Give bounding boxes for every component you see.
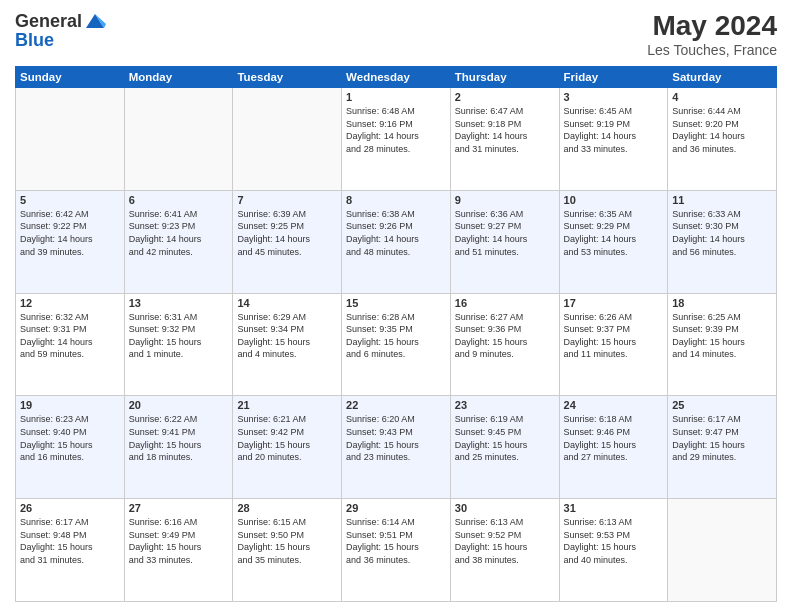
calendar-week-row: 12Sunrise: 6:32 AM Sunset: 9:31 PM Dayli…: [16, 293, 777, 396]
day-number: 16: [455, 297, 555, 309]
day-number: 4: [672, 91, 772, 103]
day-info: Sunrise: 6:16 AM Sunset: 9:49 PM Dayligh…: [129, 516, 229, 566]
calendar-week-row: 19Sunrise: 6:23 AM Sunset: 9:40 PM Dayli…: [16, 396, 777, 499]
table-row: 16Sunrise: 6:27 AM Sunset: 9:36 PM Dayli…: [450, 293, 559, 396]
day-number: 13: [129, 297, 229, 309]
col-friday: Friday: [559, 67, 668, 88]
day-number: 31: [564, 502, 664, 514]
table-row: 6Sunrise: 6:41 AM Sunset: 9:23 PM Daylig…: [124, 190, 233, 293]
table-row: 20Sunrise: 6:22 AM Sunset: 9:41 PM Dayli…: [124, 396, 233, 499]
day-info: Sunrise: 6:25 AM Sunset: 9:39 PM Dayligh…: [672, 311, 772, 361]
table-row: 2Sunrise: 6:47 AM Sunset: 9:18 PM Daylig…: [450, 88, 559, 191]
day-number: 3: [564, 91, 664, 103]
day-info: Sunrise: 6:19 AM Sunset: 9:45 PM Dayligh…: [455, 413, 555, 463]
day-number: 1: [346, 91, 446, 103]
table-row: 19Sunrise: 6:23 AM Sunset: 9:40 PM Dayli…: [16, 396, 125, 499]
table-row: 5Sunrise: 6:42 AM Sunset: 9:22 PM Daylig…: [16, 190, 125, 293]
header: General Blue May 2024 Les Touches, Franc…: [15, 10, 777, 58]
day-number: 18: [672, 297, 772, 309]
table-row: 25Sunrise: 6:17 AM Sunset: 9:47 PM Dayli…: [668, 396, 777, 499]
day-info: Sunrise: 6:14 AM Sunset: 9:51 PM Dayligh…: [346, 516, 446, 566]
day-number: 27: [129, 502, 229, 514]
table-row: 26Sunrise: 6:17 AM Sunset: 9:48 PM Dayli…: [16, 499, 125, 602]
day-info: Sunrise: 6:28 AM Sunset: 9:35 PM Dayligh…: [346, 311, 446, 361]
table-row: 8Sunrise: 6:38 AM Sunset: 9:26 PM Daylig…: [342, 190, 451, 293]
table-row: 9Sunrise: 6:36 AM Sunset: 9:27 PM Daylig…: [450, 190, 559, 293]
day-info: Sunrise: 6:17 AM Sunset: 9:47 PM Dayligh…: [672, 413, 772, 463]
col-saturday: Saturday: [668, 67, 777, 88]
table-row: 7Sunrise: 6:39 AM Sunset: 9:25 PM Daylig…: [233, 190, 342, 293]
day-number: 17: [564, 297, 664, 309]
day-info: Sunrise: 6:17 AM Sunset: 9:48 PM Dayligh…: [20, 516, 120, 566]
calendar-week-row: 5Sunrise: 6:42 AM Sunset: 9:22 PM Daylig…: [16, 190, 777, 293]
day-info: Sunrise: 6:21 AM Sunset: 9:42 PM Dayligh…: [237, 413, 337, 463]
day-number: 5: [20, 194, 120, 206]
day-info: Sunrise: 6:38 AM Sunset: 9:26 PM Dayligh…: [346, 208, 446, 258]
day-info: Sunrise: 6:13 AM Sunset: 9:52 PM Dayligh…: [455, 516, 555, 566]
day-info: Sunrise: 6:22 AM Sunset: 9:41 PM Dayligh…: [129, 413, 229, 463]
day-info: Sunrise: 6:18 AM Sunset: 9:46 PM Dayligh…: [564, 413, 664, 463]
day-info: Sunrise: 6:42 AM Sunset: 9:22 PM Dayligh…: [20, 208, 120, 258]
day-number: 24: [564, 399, 664, 411]
table-row: 22Sunrise: 6:20 AM Sunset: 9:43 PM Dayli…: [342, 396, 451, 499]
day-info: Sunrise: 6:48 AM Sunset: 9:16 PM Dayligh…: [346, 105, 446, 155]
day-info: Sunrise: 6:45 AM Sunset: 9:19 PM Dayligh…: [564, 105, 664, 155]
location-title: Les Touches, France: [647, 42, 777, 58]
table-row: 28Sunrise: 6:15 AM Sunset: 9:50 PM Dayli…: [233, 499, 342, 602]
col-wednesday: Wednesday: [342, 67, 451, 88]
logo: General Blue: [15, 10, 106, 51]
day-number: 9: [455, 194, 555, 206]
day-number: 21: [237, 399, 337, 411]
table-row: 24Sunrise: 6:18 AM Sunset: 9:46 PM Dayli…: [559, 396, 668, 499]
table-row: [233, 88, 342, 191]
day-number: 22: [346, 399, 446, 411]
table-row: 4Sunrise: 6:44 AM Sunset: 9:20 PM Daylig…: [668, 88, 777, 191]
calendar-week-row: 1Sunrise: 6:48 AM Sunset: 9:16 PM Daylig…: [16, 88, 777, 191]
day-info: Sunrise: 6:32 AM Sunset: 9:31 PM Dayligh…: [20, 311, 120, 361]
day-number: 15: [346, 297, 446, 309]
table-row: 29Sunrise: 6:14 AM Sunset: 9:51 PM Dayli…: [342, 499, 451, 602]
table-row: 30Sunrise: 6:13 AM Sunset: 9:52 PM Dayli…: [450, 499, 559, 602]
day-info: Sunrise: 6:47 AM Sunset: 9:18 PM Dayligh…: [455, 105, 555, 155]
day-info: Sunrise: 6:31 AM Sunset: 9:32 PM Dayligh…: [129, 311, 229, 361]
table-row: 18Sunrise: 6:25 AM Sunset: 9:39 PM Dayli…: [668, 293, 777, 396]
day-info: Sunrise: 6:36 AM Sunset: 9:27 PM Dayligh…: [455, 208, 555, 258]
day-number: 30: [455, 502, 555, 514]
calendar-header-row: Sunday Monday Tuesday Wednesday Thursday…: [16, 67, 777, 88]
table-row: 17Sunrise: 6:26 AM Sunset: 9:37 PM Dayli…: [559, 293, 668, 396]
table-row: 23Sunrise: 6:19 AM Sunset: 9:45 PM Dayli…: [450, 396, 559, 499]
col-thursday: Thursday: [450, 67, 559, 88]
table-row: [16, 88, 125, 191]
day-number: 11: [672, 194, 772, 206]
table-row: [124, 88, 233, 191]
col-tuesday: Tuesday: [233, 67, 342, 88]
day-info: Sunrise: 6:26 AM Sunset: 9:37 PM Dayligh…: [564, 311, 664, 361]
table-row: 12Sunrise: 6:32 AM Sunset: 9:31 PM Dayli…: [16, 293, 125, 396]
table-row: 31Sunrise: 6:13 AM Sunset: 9:53 PM Dayli…: [559, 499, 668, 602]
day-number: 20: [129, 399, 229, 411]
day-number: 14: [237, 297, 337, 309]
day-number: 2: [455, 91, 555, 103]
table-row: 11Sunrise: 6:33 AM Sunset: 9:30 PM Dayli…: [668, 190, 777, 293]
page: General Blue May 2024 Les Touches, Franc…: [0, 0, 792, 612]
calendar-table: Sunday Monday Tuesday Wednesday Thursday…: [15, 66, 777, 602]
table-row: 10Sunrise: 6:35 AM Sunset: 9:29 PM Dayli…: [559, 190, 668, 293]
table-row: 1Sunrise: 6:48 AM Sunset: 9:16 PM Daylig…: [342, 88, 451, 191]
day-number: 8: [346, 194, 446, 206]
table-row: 27Sunrise: 6:16 AM Sunset: 9:49 PM Dayli…: [124, 499, 233, 602]
day-info: Sunrise: 6:39 AM Sunset: 9:25 PM Dayligh…: [237, 208, 337, 258]
day-number: 10: [564, 194, 664, 206]
day-info: Sunrise: 6:35 AM Sunset: 9:29 PM Dayligh…: [564, 208, 664, 258]
table-row: [668, 499, 777, 602]
logo-icon: [84, 10, 106, 32]
day-number: 12: [20, 297, 120, 309]
day-info: Sunrise: 6:33 AM Sunset: 9:30 PM Dayligh…: [672, 208, 772, 258]
day-number: 25: [672, 399, 772, 411]
logo-blue-text: Blue: [15, 30, 106, 51]
month-year-title: May 2024: [647, 10, 777, 42]
day-info: Sunrise: 6:15 AM Sunset: 9:50 PM Dayligh…: [237, 516, 337, 566]
logo-general-text: General: [15, 11, 82, 32]
day-number: 19: [20, 399, 120, 411]
day-info: Sunrise: 6:29 AM Sunset: 9:34 PM Dayligh…: [237, 311, 337, 361]
table-row: 13Sunrise: 6:31 AM Sunset: 9:32 PM Dayli…: [124, 293, 233, 396]
